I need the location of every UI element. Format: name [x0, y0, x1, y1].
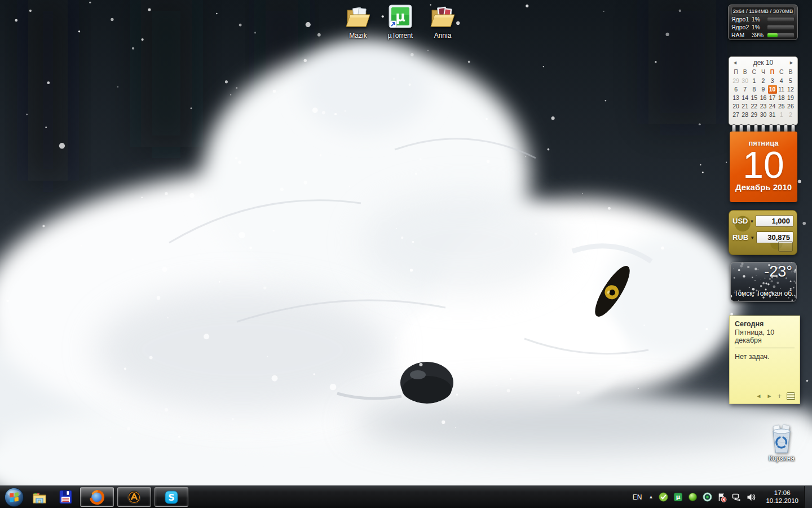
currency-code-rub[interactable]: RUB: [732, 233, 748, 242]
cpu-row-label: RAM: [731, 32, 750, 38]
skype-status-icon[interactable]: [658, 492, 668, 502]
tasks-note-gadget[interactable]: Сегодня Пятница, 10 декабря Нет задач. ◄…: [729, 316, 800, 404]
note-add-icon[interactable]: +: [777, 392, 782, 400]
calendar-day: 3: [768, 77, 777, 85]
note-list-icon[interactable]: [787, 392, 795, 400]
skype-icon: S: [164, 489, 179, 505]
calendar-weekday-header: П: [768, 68, 777, 76]
cpu-meter-gadget[interactable]: 2x64 / 1194MB / 3070MB Ядро11%Ядро21%RAM…: [728, 5, 798, 40]
calendar-day: 30: [758, 111, 767, 119]
folder-pictures-icon: [429, 3, 456, 30]
currency-amount-usd[interactable]: 1,000: [756, 215, 793, 227]
calendar-day: 8: [749, 85, 758, 94]
calendar-day: 26: [786, 102, 795, 111]
svg-text:µ: µ: [676, 493, 681, 500]
cpu-meter-row: RAM39%: [731, 31, 795, 39]
taskbar: S EN ▲ µ 17:06 10.12.2010: [0, 485, 812, 508]
credit-card-chip-icon: [778, 241, 793, 252]
utorrent-tray-icon[interactable]: µ: [673, 492, 683, 502]
calendar-day: 18: [777, 94, 786, 102]
green-orb-icon[interactable]: [687, 492, 698, 502]
calendar-day: 2: [758, 77, 767, 85]
currency-code-usd[interactable]: USD: [732, 217, 748, 225]
calendar-day: 10: [768, 85, 777, 94]
taskbar-windows-explorer[interactable]: [27, 486, 52, 508]
weather-gadget[interactable]: -23° Томск, Томская об...: [730, 262, 797, 302]
currency-row-usd: USD ▼ 1,000: [732, 215, 793, 227]
calendar-day: 23: [758, 102, 767, 111]
calendar-day: 27: [731, 111, 740, 119]
note-prev-icon[interactable]: ◄: [756, 393, 762, 399]
calendar-weekday-header: В: [740, 68, 749, 76]
calendar-weekday-row: ПВСЧПСВ: [731, 68, 795, 76]
svg-text:S: S: [168, 492, 175, 503]
note-next-icon[interactable]: ►: [767, 393, 773, 399]
desktop-icon-utorrent[interactable]: µ µTorrent: [378, 3, 422, 40]
calendar-day: 24: [768, 102, 777, 111]
cpu-row-label: Ядро1: [731, 16, 750, 23]
weather-location: Томск, Томская об...: [734, 290, 797, 297]
currency-converter-gadget[interactable]: USD ▼ 1,000 RUB ▼ 30,875: [729, 210, 797, 255]
windows-start-orb-icon: [3, 487, 25, 508]
calendar-day: 12: [786, 85, 795, 94]
cpu-row-value: 1%: [752, 16, 765, 23]
recycle-bin[interactable]: Корзина: [760, 424, 804, 462]
tray-clock[interactable]: 17:06 10.12.2010: [766, 489, 798, 505]
note-body[interactable]: Нет задач.: [735, 353, 795, 361]
calendar-weekday-header: С: [777, 68, 786, 76]
cpu-meter-row: Ядро11%: [731, 15, 795, 23]
calendar-day: 16: [758, 94, 767, 102]
chevron-down-icon[interactable]: ▼: [750, 234, 754, 240]
taskbar-aimp-button[interactable]: [117, 487, 151, 507]
calendar-day: 25: [777, 102, 786, 111]
taskbar-skype-button[interactable]: S: [155, 487, 188, 507]
desktop-icon-label: µTorrent: [378, 32, 422, 40]
floppy-save-icon: [58, 489, 73, 505]
date-day-number: 10: [730, 147, 797, 182]
recycle-bin-full-icon: [769, 424, 795, 454]
utorrent-shortcut-icon: µ: [387, 3, 414, 30]
calendar-day: 21: [740, 102, 749, 111]
note-title: Сегодня: [735, 320, 795, 328]
calendar-next-icon[interactable]: ►: [789, 60, 794, 65]
calendar-day: 29: [731, 77, 740, 85]
show-desktop-button[interactable]: [804, 486, 812, 508]
calendar-day: 14: [740, 94, 749, 102]
nod32-eye-icon[interactable]: [702, 492, 712, 502]
calendar-day: 30: [740, 77, 749, 85]
system-tray: EN ▲ µ 17:06 10.12.2010: [631, 489, 804, 505]
calendar-month-label: дек 10: [753, 59, 774, 67]
taskbar-firefox-button[interactable]: [80, 487, 114, 507]
show-hidden-icons-arrow[interactable]: ▲: [649, 494, 654, 500]
desktop[interactable]: Mazik µ µTorrent Annia 2x64 / 1194MB / 3…: [0, 0, 812, 508]
cpu-row-value: 1%: [752, 24, 765, 30]
desktop-icon-annia[interactable]: Annia: [421, 3, 465, 40]
firefox-icon: [89, 489, 105, 505]
desktop-icon-label: Annia: [421, 32, 465, 40]
calendar-day: 6: [731, 85, 740, 94]
network-icon[interactable]: [731, 492, 742, 502]
start-button[interactable]: [2, 486, 27, 508]
calendar-prev-icon[interactable]: ◄: [732, 60, 738, 65]
calendar-day: 1: [777, 111, 786, 119]
clock-date: 10.12.2010: [766, 497, 798, 505]
desktop-icon-mazik[interactable]: Mazik: [336, 3, 380, 40]
date-page-gadget[interactable]: пятница 10 Декабрь 2010: [730, 132, 797, 202]
calendar-day: 2: [786, 111, 795, 119]
taskbar-save-floppy[interactable]: [52, 486, 78, 508]
cpu-usage-bar: [767, 25, 795, 30]
calendar-day: 20: [731, 102, 740, 111]
calendar-day: 13: [731, 94, 740, 102]
chevron-down-icon[interactable]: ▼: [749, 218, 754, 224]
language-indicator[interactable]: EN: [631, 493, 644, 501]
calendar-day: 17: [768, 94, 777, 102]
calendar-day: 11: [777, 85, 786, 94]
svg-text:µ: µ: [395, 9, 405, 25]
cpu-meter-row: Ядро21%: [731, 23, 795, 31]
calendar-days-grid: 2930123456789101112131415161718192021222…: [731, 77, 795, 119]
calendar-gadget[interactable]: ◄ дек 10 ► ПВСЧПСВ 293012345678910111213…: [729, 56, 798, 125]
volume-icon[interactable]: [746, 492, 756, 502]
calendar-day: 19: [786, 94, 795, 102]
calendar-day: 31: [768, 111, 777, 119]
action-center-flag-icon[interactable]: [717, 492, 727, 502]
